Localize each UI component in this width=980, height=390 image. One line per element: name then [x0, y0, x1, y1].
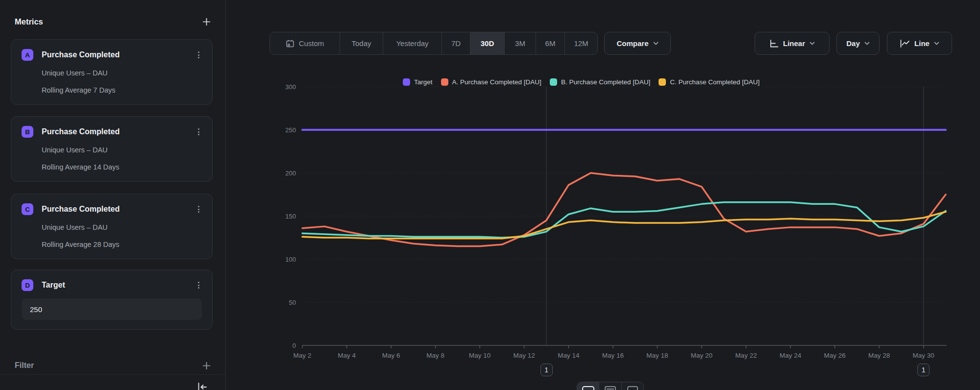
svg-text:May 20: May 20 — [691, 352, 712, 359]
metric-badge: A — [22, 49, 33, 61]
date-range-label: 3M — [515, 39, 525, 48]
metric-card-c[interactable]: C Purchase Completed Unique Users – DAU … — [11, 194, 213, 259]
svg-text:May 30: May 30 — [913, 352, 934, 359]
date-range-selector: Custom Today Yesterday 7D 30D 3M 6M 12M — [270, 32, 598, 55]
chevron-down-icon — [934, 42, 939, 45]
target-card[interactable]: D Target — [11, 269, 213, 330]
svg-text:May 14: May 14 — [558, 352, 580, 359]
svg-text:May 22: May 22 — [735, 352, 757, 359]
scale-label: Linear — [783, 39, 805, 48]
date-range-label: Custom — [299, 39, 324, 48]
svg-text:May 26: May 26 — [824, 352, 845, 359]
granularity-label: Day — [846, 39, 860, 48]
view-table-button[interactable] — [621, 382, 643, 390]
line-chart-icon — [900, 39, 910, 48]
kebab-menu-icon[interactable] — [196, 280, 202, 290]
svg-text:May 28: May 28 — [868, 352, 890, 359]
svg-text:May 4: May 4 — [338, 352, 356, 359]
date-range-label: 7D — [451, 39, 461, 48]
filter-title: Filter — [15, 361, 34, 370]
metric-title: Purchase Completed — [42, 127, 187, 136]
scale-selector-button[interactable]: Linear — [755, 32, 830, 55]
chart-type-label: Line — [914, 39, 930, 48]
svg-text:100: 100 — [285, 256, 296, 263]
date-range-yesterday[interactable]: Yesterday — [383, 32, 441, 54]
chevron-down-icon — [809, 42, 815, 45]
add-filter-button[interactable] — [200, 359, 213, 372]
axis-scale-icon — [769, 39, 779, 48]
date-range-label: 12M — [574, 39, 588, 48]
annotation-badge[interactable]: 1 — [540, 364, 553, 376]
svg-text:May 24: May 24 — [780, 352, 802, 359]
svg-text:May 12: May 12 — [514, 352, 535, 359]
plus-icon — [201, 361, 212, 371]
date-range-30d[interactable]: 30D — [470, 32, 504, 54]
metric-measure: Unique Users – DAU — [42, 146, 202, 155]
svg-text:200: 200 — [285, 170, 296, 177]
split-view-icon — [605, 386, 616, 390]
date-range-label: Today — [351, 39, 371, 48]
date-range-custom[interactable]: Custom — [270, 32, 340, 54]
metric-title: Purchase Completed — [42, 205, 187, 214]
chart-type-selector-button[interactable]: Line — [887, 32, 952, 55]
chevron-down-icon — [653, 42, 659, 45]
sidebar-divider — [0, 374, 225, 375]
chart-plot-area[interactable]: 050100150200250300May 2May 4May 6May 8Ma… — [274, 64, 975, 390]
metric-rolling-average: Rolling Average 7 Days — [42, 86, 202, 95]
svg-text:May 10: May 10 — [469, 352, 490, 359]
view-switcher — [577, 382, 644, 390]
date-range-label: 30D — [481, 39, 494, 48]
date-range-3m[interactable]: 3M — [504, 32, 536, 54]
compare-button[interactable]: Compare — [604, 32, 671, 55]
table-view-icon — [627, 386, 638, 390]
metric-badge: D — [22, 279, 33, 291]
line-chart: 050100150200250300May 2May 4May 6May 8Ma… — [274, 64, 975, 390]
svg-text:50: 50 — [289, 299, 296, 306]
metric-title: Purchase Completed — [42, 50, 187, 59]
collapse-panel-icon — [196, 382, 208, 390]
kebab-menu-icon[interactable] — [196, 204, 202, 214]
kebab-menu-icon[interactable] — [196, 127, 202, 137]
svg-text:250: 250 — [285, 126, 296, 134]
target-title: Target — [42, 281, 187, 290]
svg-text:300: 300 — [285, 83, 296, 91]
date-range-label: Yesterday — [396, 39, 428, 48]
filter-header: Filter — [15, 359, 213, 372]
add-metric-button[interactable] — [200, 15, 213, 28]
metric-rolling-average: Rolling Average 28 Days — [42, 240, 202, 249]
metrics-title: Metrics — [15, 17, 43, 26]
view-chart-button[interactable] — [577, 382, 599, 390]
calendar-icon — [286, 39, 294, 48]
svg-text:May 8: May 8 — [426, 352, 444, 359]
compare-label: Compare — [616, 39, 648, 48]
svg-text:150: 150 — [285, 213, 296, 220]
svg-text:May 16: May 16 — [602, 352, 624, 359]
collapse-sidebar-button[interactable] — [196, 382, 208, 390]
date-range-6m[interactable]: 6M — [536, 32, 564, 54]
view-split-button[interactable] — [599, 382, 621, 390]
chart-view-icon — [582, 386, 594, 390]
metric-card-a[interactable]: A Purchase Completed Unique Users – DAU … — [11, 39, 213, 105]
date-range-label: 6M — [545, 39, 556, 48]
metric-badge: C — [22, 203, 33, 215]
metric-badge: B — [22, 126, 33, 138]
date-range-12m[interactable]: 12M — [564, 32, 597, 54]
chevron-down-icon — [864, 42, 870, 45]
metric-measure: Unique Users – DAU — [42, 223, 202, 232]
date-range-7d[interactable]: 7D — [441, 32, 470, 54]
svg-text:0: 0 — [293, 342, 296, 349]
metric-card-b[interactable]: B Purchase Completed Unique Users – DAU … — [11, 116, 213, 182]
metrics-sidebar: Metrics A Purchase Completed Unique User… — [0, 0, 226, 390]
metric-rolling-average: Rolling Average 14 Days — [42, 163, 202, 172]
metrics-header: Metrics — [15, 15, 213, 28]
annotation-badge[interactable]: 1 — [917, 364, 930, 376]
plus-icon — [201, 17, 212, 27]
metric-measure: Unique Users – DAU — [42, 69, 202, 78]
kebab-menu-icon[interactable] — [196, 50, 202, 60]
svg-text:May 18: May 18 — [646, 352, 668, 359]
target-value-input[interactable] — [22, 298, 202, 320]
svg-text:May 2: May 2 — [294, 352, 312, 359]
granularity-selector-button[interactable]: Day — [836, 32, 880, 55]
svg-text:May 6: May 6 — [382, 352, 400, 359]
date-range-today[interactable]: Today — [340, 32, 383, 54]
